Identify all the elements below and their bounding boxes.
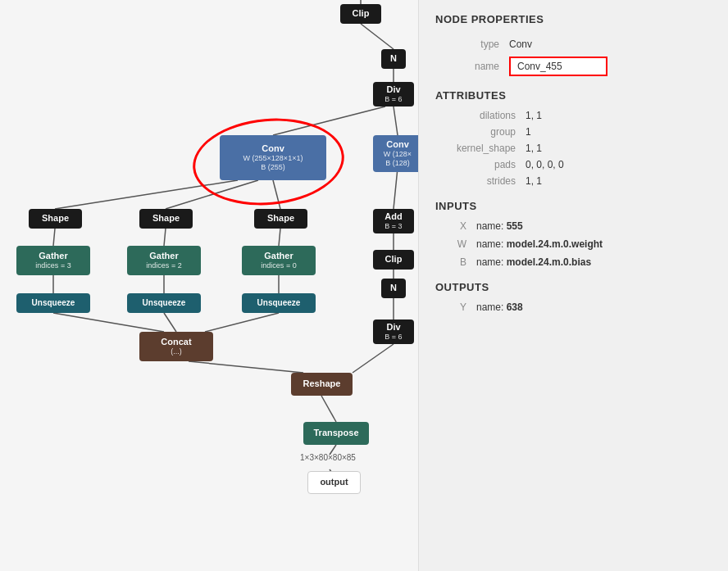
node-n2[interactable]: N <box>381 279 406 298</box>
output-value: name: 638 <box>476 301 523 313</box>
type-row: type Conv <box>435 39 712 50</box>
attributes-list: dilations 1, 1 group 1 kernel_shape 1, 1… <box>435 110 712 187</box>
svg-line-17 <box>53 313 164 332</box>
node-add[interactable]: Add B = 3 <box>373 209 414 233</box>
input-label: B <box>435 256 476 268</box>
inputs-list: X name: 555 W name: model.24.m.0.weight … <box>435 220 712 268</box>
node-clip-top[interactable]: Clip <box>340 4 381 24</box>
svg-line-0 <box>361 24 394 49</box>
svg-line-19 <box>205 313 279 332</box>
node-div-bot[interactable]: Div B = 6 <box>373 319 414 344</box>
attr-value: 1, 1 <box>526 175 542 187</box>
input-value: name: model.24.m.0.weight <box>476 238 603 250</box>
output-size-label: 1×3×80×80×85 <box>287 453 369 462</box>
input-value: name: 555 <box>476 220 523 232</box>
node-shape1[interactable]: Shape <box>29 209 82 229</box>
svg-line-9 <box>164 229 166 246</box>
attr-value: 1 <box>526 126 531 138</box>
input-row: B name: model.24.m.0.bias <box>435 256 712 268</box>
output-label: Y <box>435 301 476 313</box>
node-reshape[interactable]: Reshape <box>291 373 353 396</box>
node-output[interactable]: output <box>307 471 361 494</box>
node-concat[interactable]: Concat (...) <box>139 332 213 361</box>
attr-label: kernel_shape <box>435 143 526 154</box>
input-value: name: model.24.m.0.bias <box>476 256 591 268</box>
attr-row: dilations 1, 1 <box>435 110 712 121</box>
node-shape3[interactable]: Shape <box>254 209 307 229</box>
attr-value: 1, 1 <box>526 110 542 121</box>
svg-line-10 <box>279 229 280 246</box>
node-n1[interactable]: N <box>381 49 406 69</box>
attr-label: dilations <box>435 110 526 121</box>
node-clip-mid[interactable]: Clip <box>373 250 414 270</box>
attr-row: group 1 <box>435 126 712 138</box>
attr-row: pads 0, 0, 0, 0 <box>435 159 712 170</box>
node-shape2[interactable]: Shape <box>139 209 193 229</box>
node-conv-main[interactable]: Conv W (255×128×1×1) B (255) <box>220 135 326 180</box>
node-gather2[interactable]: Gather indices = 2 <box>127 246 201 275</box>
attributes-title: ATTRIBUTES <box>435 89 712 102</box>
svg-line-5 <box>166 180 258 209</box>
attr-value: 0, 0, 0, 0 <box>526 159 564 170</box>
svg-line-6 <box>273 180 280 209</box>
svg-line-2 <box>394 106 398 135</box>
node-div-top[interactable]: Div B = 6 <box>373 82 414 106</box>
input-label: X <box>435 220 476 232</box>
input-row: X name: 555 <box>435 220 712 232</box>
name-row: name Conv_455 <box>435 57 712 76</box>
attr-value: 1, 1 <box>526 143 542 154</box>
node-unsqueeze1[interactable]: Unsqueeze <box>16 293 90 313</box>
type-label: type <box>435 39 509 50</box>
node-unsqueeze3[interactable]: Unsqueeze <box>242 293 316 313</box>
outputs-list: Y name: 638 <box>435 301 712 313</box>
type-value: Conv <box>509 39 532 50</box>
svg-line-3 <box>273 106 385 135</box>
svg-line-7 <box>394 168 398 209</box>
node-gather3[interactable]: Gather indices = 0 <box>242 246 316 275</box>
attr-label: strides <box>435 175 526 187</box>
attr-row: strides 1, 1 <box>435 175 712 187</box>
node-conv-right[interactable]: Conv W (128× B (128) <box>373 135 418 172</box>
attr-label: group <box>435 126 526 138</box>
node-unsqueeze2[interactable]: Unsqueeze <box>127 293 201 313</box>
name-value[interactable]: Conv_455 <box>509 57 607 76</box>
svg-line-8 <box>53 229 55 246</box>
inputs-title: INPUTS <box>435 200 712 212</box>
svg-line-4 <box>55 180 238 209</box>
svg-line-22 <box>321 396 336 422</box>
name-label: name <box>435 61 509 72</box>
svg-line-21 <box>353 344 394 373</box>
outputs-title: OUTPUTS <box>435 281 712 293</box>
output-row: Y name: 638 <box>435 301 712 313</box>
graph-panel: Clip N Div B = 6 Conv W (255×128×1×1) B … <box>0 0 418 571</box>
svg-line-18 <box>164 313 176 332</box>
input-label: W <box>435 238 476 250</box>
properties-panel: NODE PROPERTIES type Conv name Conv_455 … <box>418 0 728 571</box>
input-row: W name: model.24.m.0.weight <box>435 238 712 250</box>
node-transpose[interactable]: Transpose <box>303 422 369 445</box>
properties-title: NODE PROPERTIES <box>435 13 712 25</box>
attr-label: pads <box>435 159 526 170</box>
attr-row: kernel_shape 1, 1 <box>435 143 712 154</box>
svg-line-20 <box>189 361 303 373</box>
node-gather1[interactable]: Gather indices = 3 <box>16 246 90 275</box>
